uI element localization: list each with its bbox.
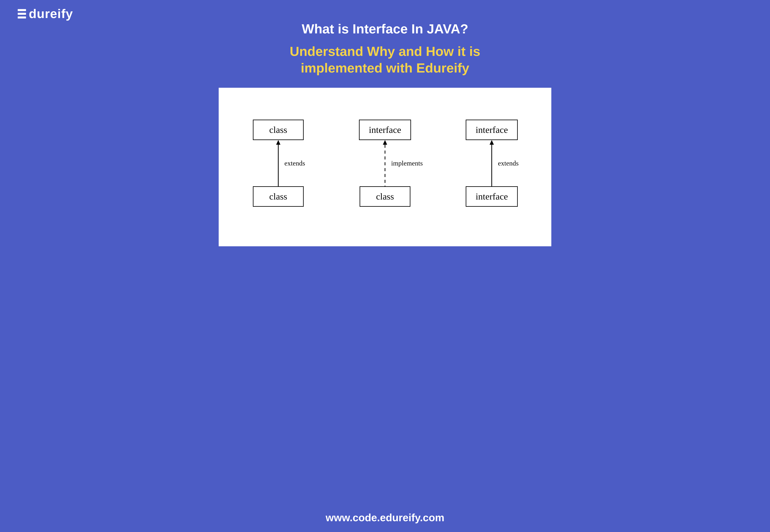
relation-label: implements [391, 159, 423, 167]
connector: extends [232, 140, 324, 186]
bottom-box: class [253, 186, 304, 207]
diagram-panel: class extends class interface implements… [219, 88, 551, 246]
top-box: interface [359, 120, 411, 140]
connector: extends [446, 140, 538, 186]
subtitle-line-2: implemented with Edureify [0, 60, 770, 76]
top-box: interface [466, 120, 518, 140]
relation-label: extends [498, 159, 519, 167]
logo-bars-icon [18, 9, 26, 18]
bottom-box: class [359, 186, 411, 207]
subtitle-line-1: Understand Why and How it is [0, 43, 770, 60]
top-box: class [253, 120, 304, 140]
relation-label: extends [284, 159, 305, 167]
subtitle: Understand Why and How it is implemented… [0, 43, 770, 76]
arrow-up-dashed-icon [382, 140, 388, 186]
bottom-box: interface [466, 186, 518, 207]
svg-marker-4 [490, 140, 494, 145]
arrow-up-icon [489, 140, 495, 186]
relation-column-class-implements-interface: interface implements class [339, 120, 431, 207]
main-title: What is Interface In JAVA? [0, 21, 770, 36]
relation-column-interface-extends-interface: interface extends interface [446, 120, 538, 207]
brand-logo: dureify [18, 7, 73, 20]
connector: implements [339, 140, 431, 186]
arrow-up-icon [275, 140, 281, 186]
svg-marker-2 [383, 140, 387, 145]
svg-marker-0 [276, 140, 280, 145]
logo-text: dureify [29, 7, 73, 20]
footer-url: www.code.edureify.com [0, 512, 770, 524]
relation-column-class-extends-class: class extends class [232, 120, 324, 207]
